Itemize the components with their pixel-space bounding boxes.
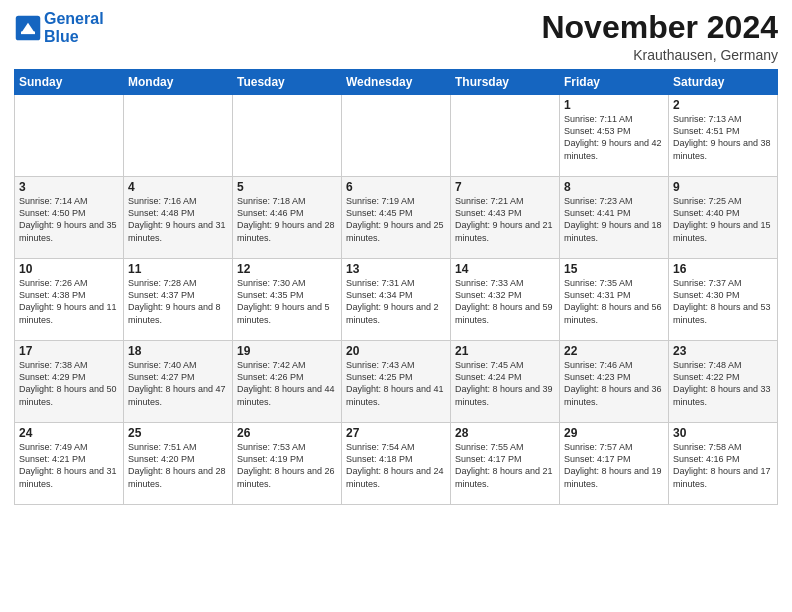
day-info: Sunrise: 7:54 AM Sunset: 4:18 PM Dayligh…	[346, 441, 446, 490]
day-cell	[451, 95, 560, 177]
day-number: 2	[673, 98, 773, 112]
day-cell: 3Sunrise: 7:14 AM Sunset: 4:50 PM Daylig…	[15, 177, 124, 259]
day-cell: 7Sunrise: 7:21 AM Sunset: 4:43 PM Daylig…	[451, 177, 560, 259]
day-number: 27	[346, 426, 446, 440]
logo-text-blue: Blue	[44, 28, 104, 46]
main-container: General Blue November 2024 Krauthausen, …	[0, 0, 792, 513]
page-header: General Blue November 2024 Krauthausen, …	[14, 10, 778, 63]
week-row-1: 1Sunrise: 7:11 AM Sunset: 4:53 PM Daylig…	[15, 95, 778, 177]
day-cell: 2Sunrise: 7:13 AM Sunset: 4:51 PM Daylig…	[669, 95, 778, 177]
day-info: Sunrise: 7:31 AM Sunset: 4:34 PM Dayligh…	[346, 277, 446, 326]
day-cell: 18Sunrise: 7:40 AM Sunset: 4:27 PM Dayli…	[124, 341, 233, 423]
day-cell: 16Sunrise: 7:37 AM Sunset: 4:30 PM Dayli…	[669, 259, 778, 341]
day-info: Sunrise: 7:30 AM Sunset: 4:35 PM Dayligh…	[237, 277, 337, 326]
day-info: Sunrise: 7:38 AM Sunset: 4:29 PM Dayligh…	[19, 359, 119, 408]
col-header-thursday: Thursday	[451, 70, 560, 95]
day-number: 19	[237, 344, 337, 358]
day-cell: 9Sunrise: 7:25 AM Sunset: 4:40 PM Daylig…	[669, 177, 778, 259]
calendar-body: 1Sunrise: 7:11 AM Sunset: 4:53 PM Daylig…	[15, 95, 778, 505]
day-info: Sunrise: 7:40 AM Sunset: 4:27 PM Dayligh…	[128, 359, 228, 408]
day-number: 10	[19, 262, 119, 276]
day-cell	[233, 95, 342, 177]
week-row-3: 10Sunrise: 7:26 AM Sunset: 4:38 PM Dayli…	[15, 259, 778, 341]
day-number: 21	[455, 344, 555, 358]
day-cell: 20Sunrise: 7:43 AM Sunset: 4:25 PM Dayli…	[342, 341, 451, 423]
day-number: 9	[673, 180, 773, 194]
day-info: Sunrise: 7:13 AM Sunset: 4:51 PM Dayligh…	[673, 113, 773, 162]
day-cell: 5Sunrise: 7:18 AM Sunset: 4:46 PM Daylig…	[233, 177, 342, 259]
day-cell	[15, 95, 124, 177]
day-number: 3	[19, 180, 119, 194]
day-number: 22	[564, 344, 664, 358]
day-number: 29	[564, 426, 664, 440]
day-info: Sunrise: 7:58 AM Sunset: 4:16 PM Dayligh…	[673, 441, 773, 490]
day-cell: 23Sunrise: 7:48 AM Sunset: 4:22 PM Dayli…	[669, 341, 778, 423]
day-info: Sunrise: 7:21 AM Sunset: 4:43 PM Dayligh…	[455, 195, 555, 244]
day-info: Sunrise: 7:26 AM Sunset: 4:38 PM Dayligh…	[19, 277, 119, 326]
day-cell: 19Sunrise: 7:42 AM Sunset: 4:26 PM Dayli…	[233, 341, 342, 423]
day-number: 16	[673, 262, 773, 276]
col-header-tuesday: Tuesday	[233, 70, 342, 95]
day-info: Sunrise: 7:45 AM Sunset: 4:24 PM Dayligh…	[455, 359, 555, 408]
day-number: 25	[128, 426, 228, 440]
day-cell: 10Sunrise: 7:26 AM Sunset: 4:38 PM Dayli…	[15, 259, 124, 341]
day-cell: 17Sunrise: 7:38 AM Sunset: 4:29 PM Dayli…	[15, 341, 124, 423]
day-cell: 28Sunrise: 7:55 AM Sunset: 4:17 PM Dayli…	[451, 423, 560, 505]
day-info: Sunrise: 7:48 AM Sunset: 4:22 PM Dayligh…	[673, 359, 773, 408]
day-number: 17	[19, 344, 119, 358]
day-number: 18	[128, 344, 228, 358]
day-cell: 22Sunrise: 7:46 AM Sunset: 4:23 PM Dayli…	[560, 341, 669, 423]
day-info: Sunrise: 7:28 AM Sunset: 4:37 PM Dayligh…	[128, 277, 228, 326]
calendar-table: SundayMondayTuesdayWednesdayThursdayFrid…	[14, 69, 778, 505]
day-number: 23	[673, 344, 773, 358]
day-info: Sunrise: 7:37 AM Sunset: 4:30 PM Dayligh…	[673, 277, 773, 326]
day-number: 5	[237, 180, 337, 194]
day-number: 30	[673, 426, 773, 440]
day-cell: 27Sunrise: 7:54 AM Sunset: 4:18 PM Dayli…	[342, 423, 451, 505]
col-header-friday: Friday	[560, 70, 669, 95]
svg-rect-2	[21, 31, 35, 34]
day-cell: 12Sunrise: 7:30 AM Sunset: 4:35 PM Dayli…	[233, 259, 342, 341]
day-cell: 6Sunrise: 7:19 AM Sunset: 4:45 PM Daylig…	[342, 177, 451, 259]
day-info: Sunrise: 7:46 AM Sunset: 4:23 PM Dayligh…	[564, 359, 664, 408]
col-header-monday: Monday	[124, 70, 233, 95]
day-info: Sunrise: 7:49 AM Sunset: 4:21 PM Dayligh…	[19, 441, 119, 490]
logo: General Blue	[14, 10, 104, 45]
day-info: Sunrise: 7:14 AM Sunset: 4:50 PM Dayligh…	[19, 195, 119, 244]
day-number: 15	[564, 262, 664, 276]
day-number: 26	[237, 426, 337, 440]
day-info: Sunrise: 7:16 AM Sunset: 4:48 PM Dayligh…	[128, 195, 228, 244]
day-number: 24	[19, 426, 119, 440]
day-number: 8	[564, 180, 664, 194]
day-cell: 24Sunrise: 7:49 AM Sunset: 4:21 PM Dayli…	[15, 423, 124, 505]
day-number: 1	[564, 98, 664, 112]
day-info: Sunrise: 7:57 AM Sunset: 4:17 PM Dayligh…	[564, 441, 664, 490]
day-info: Sunrise: 7:11 AM Sunset: 4:53 PM Dayligh…	[564, 113, 664, 162]
calendar-header: SundayMondayTuesdayWednesdayThursdayFrid…	[15, 70, 778, 95]
day-number: 4	[128, 180, 228, 194]
title-block: November 2024 Krauthausen, Germany	[541, 10, 778, 63]
col-header-sunday: Sunday	[15, 70, 124, 95]
day-cell: 8Sunrise: 7:23 AM Sunset: 4:41 PM Daylig…	[560, 177, 669, 259]
day-cell: 25Sunrise: 7:51 AM Sunset: 4:20 PM Dayli…	[124, 423, 233, 505]
day-info: Sunrise: 7:23 AM Sunset: 4:41 PM Dayligh…	[564, 195, 664, 244]
logo-icon	[14, 14, 42, 42]
day-info: Sunrise: 7:35 AM Sunset: 4:31 PM Dayligh…	[564, 277, 664, 326]
day-number: 28	[455, 426, 555, 440]
day-number: 6	[346, 180, 446, 194]
day-info: Sunrise: 7:55 AM Sunset: 4:17 PM Dayligh…	[455, 441, 555, 490]
day-info: Sunrise: 7:25 AM Sunset: 4:40 PM Dayligh…	[673, 195, 773, 244]
logo-text-general: General	[44, 10, 104, 28]
day-info: Sunrise: 7:43 AM Sunset: 4:25 PM Dayligh…	[346, 359, 446, 408]
day-cell: 30Sunrise: 7:58 AM Sunset: 4:16 PM Dayli…	[669, 423, 778, 505]
day-number: 20	[346, 344, 446, 358]
day-info: Sunrise: 7:33 AM Sunset: 4:32 PM Dayligh…	[455, 277, 555, 326]
day-number: 12	[237, 262, 337, 276]
week-row-5: 24Sunrise: 7:49 AM Sunset: 4:21 PM Dayli…	[15, 423, 778, 505]
day-cell: 4Sunrise: 7:16 AM Sunset: 4:48 PM Daylig…	[124, 177, 233, 259]
col-header-saturday: Saturday	[669, 70, 778, 95]
day-cell: 14Sunrise: 7:33 AM Sunset: 4:32 PM Dayli…	[451, 259, 560, 341]
day-number: 7	[455, 180, 555, 194]
day-cell	[342, 95, 451, 177]
day-cell: 13Sunrise: 7:31 AM Sunset: 4:34 PM Dayli…	[342, 259, 451, 341]
